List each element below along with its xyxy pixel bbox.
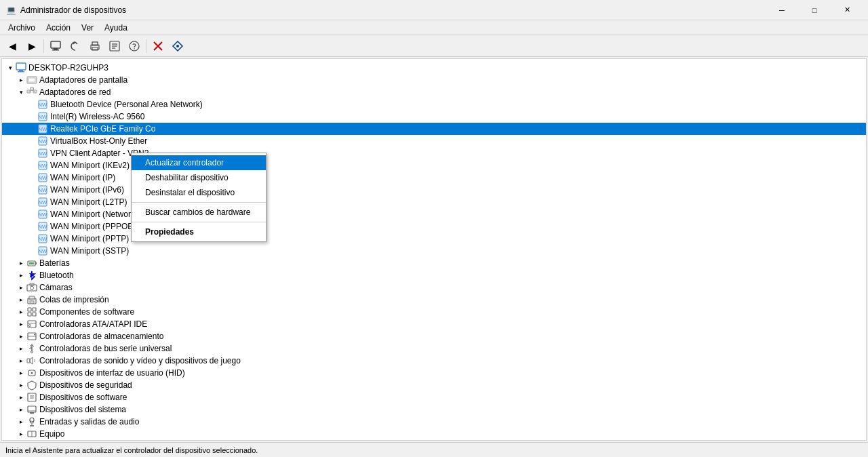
tree-item-firmware[interactable]: ▸ Firmware (2, 440, 866, 441)
ata-icon (26, 319, 37, 330)
label-disp-software: Dispositivos de software (39, 393, 127, 402)
toolbar-scan[interactable] (168, 37, 187, 56)
label-ata: Controladoras ATA/ATAPI IDE (39, 319, 147, 329)
svg-rect-15 (16, 63, 26, 70)
expand-almacenamiento[interactable]: ▸ (16, 331, 26, 342)
expand-empty-6 (26, 160, 37, 171)
label-almacenamiento: Controladoras de almacenamiento (39, 332, 163, 341)
toolbar-sep-2 (146, 39, 146, 53)
tree-item-adapters-red[interactable]: ▾ Adaptadores de red (2, 86, 866, 98)
toolbar-forward[interactable]: ▶ (22, 37, 41, 56)
label-colas: Colas de impresión (39, 295, 109, 304)
tree-item-equipo[interactable]: ▸ Equipo (2, 428, 866, 440)
tree-item-ata[interactable]: ▸ Controladoras ATA/ATAPI IDE (2, 318, 866, 330)
tree-item-bluetooth[interactable]: ▸ Bluetooth (2, 269, 866, 281)
tree-item-realtek[interactable]: NW Realtek PCIe GbE Family Co (2, 123, 866, 135)
tree-root[interactable]: ▾ DESKTOP-R2GUHP3 (2, 62, 866, 74)
close-button[interactable]: ✕ (831, 0, 863, 20)
tree-item-audio[interactable]: ▸ Entradas y salidas de audio (2, 416, 866, 428)
toolbar-help[interactable] (125, 37, 144, 56)
expand-colas[interactable]: ▸ (16, 294, 26, 305)
menu-ayuda[interactable]: Ayuda (99, 20, 133, 35)
tree-item-wan-sstp[interactable]: NW WAN Miniport (SSTP) (2, 245, 866, 257)
toolbar-remove[interactable] (149, 37, 167, 56)
minimize-button[interactable]: ─ (766, 0, 797, 20)
expand-baterias[interactable]: ▸ (16, 258, 26, 269)
expand-hid[interactable]: ▸ (16, 367, 26, 378)
label-red: Adaptadores de red (39, 87, 111, 97)
svg-text:NW: NW (38, 199, 47, 205)
svg-point-14 (176, 45, 179, 47)
toolbar-properties[interactable] (105, 37, 124, 56)
device-icon-5: NW (37, 148, 48, 159)
tree-item-sistema[interactable]: ▸ Dispositivos del sistema (2, 403, 866, 416)
label-wan-pppoe: WAN Miniport (PPPOE) (50, 222, 136, 231)
tree-item-seguridad[interactable]: ▸ Dispositivos de seguridad (2, 379, 866, 391)
menu-archivo[interactable]: Archivo (3, 20, 41, 35)
seguridad-icon (26, 380, 37, 391)
svg-text:NW: NW (38, 212, 47, 218)
maximize-button[interactable]: □ (799, 0, 830, 20)
expand-equipo[interactable]: ▸ (16, 429, 26, 439)
tree-item-disp-software[interactable]: ▸ Dispositivos de software (2, 391, 866, 403)
context-menu-deshabilitar[interactable]: Deshabilitar dispositivo (132, 170, 266, 185)
context-menu-propiedades[interactable]: Propiedades (132, 224, 266, 239)
tree-item-usb[interactable]: ▸ Controladoras de bus serie universal (2, 342, 866, 355)
disp-software-icon (26, 392, 37, 403)
svg-rect-81 (30, 412, 34, 414)
svg-point-70 (31, 351, 33, 353)
title-bar-text: Administrador de dispositivos (20, 5, 766, 15)
tree-panel[interactable]: ▾ DESKTOP-R2GUHP3 ▸ Adaptadores de panta… (1, 58, 867, 441)
context-menu-actualizar[interactable]: Actualizar controlador (132, 155, 266, 170)
category-icon (26, 75, 37, 85)
expand-componentes[interactable]: ▸ (16, 306, 26, 317)
expand-disp-software[interactable]: ▸ (16, 392, 26, 403)
expand-sonido[interactable]: ▸ (16, 355, 26, 366)
device-icon-8: NW (37, 184, 48, 195)
menu-accion[interactable]: Acción (41, 20, 76, 35)
tree-item-intel-wireless[interactable]: NW Intel(R) Wireless-AC 9560 (2, 111, 866, 123)
label-hid: Dispositivos de interfaz de usuario (HID… (39, 368, 185, 378)
svg-rect-59 (30, 301, 34, 303)
toolbar-refresh2[interactable] (66, 37, 85, 56)
expand-seguridad[interactable]: ▸ (16, 380, 26, 391)
expand-bluetooth[interactable]: ▸ (16, 270, 26, 281)
expand-root[interactable]: ▾ (5, 62, 16, 73)
expand-camaras[interactable]: ▸ (16, 282, 26, 293)
label-sistema: Dispositivos del sistema (39, 405, 126, 414)
svg-text:NW: NW (38, 236, 47, 242)
tree-item-colas[interactable]: ▸ Colas de impresión (2, 294, 866, 306)
tree-item-adapters-pantalla[interactable]: ▸ Adaptadores de pantalla (2, 74, 866, 86)
expand-ata[interactable]: ▸ (16, 319, 26, 330)
tree-item-sonido[interactable]: ▸ Controladoras de sonido y vídeo y disp… (2, 355, 866, 367)
device-icon-11: NW (37, 221, 48, 232)
bluetooth-icon (26, 270, 37, 281)
context-menu-buscar[interactable]: Buscar cambios de hardware (132, 205, 266, 220)
tree-item-componentes[interactable]: ▸ Componentes de software (2, 306, 866, 318)
tree-item-hid[interactable]: ▸ Dispositivos de interfaz de usuario (H… (2, 367, 866, 379)
menu-ver[interactable]: Ver (76, 20, 99, 35)
toolbar-print[interactable] (85, 37, 104, 56)
tree-item-camaras[interactable]: ▸ Cámaras (2, 281, 866, 294)
tree-item-baterias[interactable]: ▸ Baterías (2, 257, 866, 269)
expand-red[interactable]: ▾ (16, 87, 26, 98)
device-icon-13: NW (37, 245, 48, 256)
tree-item-bluetooth-pan[interactable]: NW Bluetooth Device (Personal Area Netwo… (2, 98, 866, 111)
almacenamiento-icon (26, 331, 37, 342)
network-category-icon (26, 87, 37, 98)
expand-pantalla[interactable]: ▸ (16, 75, 26, 85)
status-text: Inicia el Asistente para actualizar el c… (5, 446, 258, 454)
toolbar-computer[interactable] (46, 37, 65, 56)
expand-audio[interactable]: ▸ (16, 416, 26, 427)
tree-item-vbox[interactable]: NW VirtualBox Host-Only Ether (2, 135, 866, 147)
svg-point-10 (130, 41, 139, 51)
tree-item-almacenamiento[interactable]: ▸ Controladoras de almacenamiento (2, 330, 866, 342)
remove-icon (152, 40, 164, 52)
expand-usb[interactable]: ▸ (16, 343, 26, 354)
toolbar-back[interactable]: ◀ (3, 37, 22, 56)
expand-empty-8 (26, 184, 37, 195)
label-componentes: Componentes de software (39, 307, 134, 317)
expand-sistema[interactable]: ▸ (16, 404, 26, 415)
context-menu-desinstalar[interactable]: Desinstalar el dispositivo (132, 185, 266, 200)
sonido-icon (26, 355, 37, 366)
